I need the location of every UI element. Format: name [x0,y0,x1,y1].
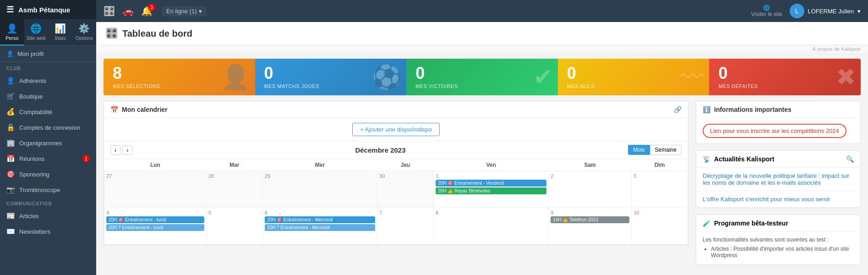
site-web-icon: 🌐 [30,23,42,34]
sidebar-item-organigrammes[interactable]: 🏢Organigrammes [0,135,96,151]
main-area: 🎛️ 🚗 🔔 3 En ligne (1) ▾ 🌐 Visiter le sit… [96,0,868,275]
sidebar-top-icon-stats[interactable]: 📊Stats [48,19,72,45]
sidebar-item-sponsoring[interactable]: 🎯Sponsoring [0,166,96,182]
cal-day-2[interactable]: 2 [549,171,632,208]
adherents-icon: 👤 [6,77,15,85]
cal-day-8[interactable]: 8 [434,208,549,245]
user-menu[interactable]: L LOFERME Julien ▾ [790,4,861,18]
calendar-event[interactable]: 14H 👍 Telethon 2023 [551,216,629,223]
badge-reunions: 1 [82,155,90,162]
user-avatar: L [790,4,804,18]
cal-day-1[interactable]: 120H 🎯 Entraînement - Vendredi20H 👍 Repa… [434,171,549,208]
cal-day-7[interactable]: 7 [377,208,434,245]
visit-site-button[interactable]: 🌐 Visiter le site [751,5,782,17]
sidebar-item-comptes-connexion[interactable]: 🔒Comptes de connexion [0,120,96,135]
competition-link[interactable]: Lien pour vous inscrire sur les compétit… [703,124,846,138]
cal-day-30[interactable]: 30 [377,171,434,208]
cal-day-header-sam: Sam [549,159,632,171]
perso-label: Perso [5,35,19,41]
day-number: 5 [208,210,261,215]
next-month-button[interactable]: › [122,145,132,155]
sidebar-item-newsletters[interactable]: ✉️Newsletters [0,224,96,239]
cal-day-9[interactable]: 914H 👍 Telethon 2023 [549,208,632,245]
bell-icon[interactable]: 🔔 3 [141,6,153,16]
news-link[interactable]: L'offre Kalisport s'enrichit pour mieux … [703,196,830,203]
day-number: 28 [208,173,261,179]
two-col-layout: 📅 Mon calendrier 🔗 + Ajouter une dispo/i… [96,101,868,275]
sidebar: ☰ Asmb Pétanque 👤Perso🌐Site web📊Stats⚙️O… [0,0,96,275]
profile-icon: 👤 [6,50,14,57]
adherents-label: Adhérents [19,77,46,84]
stat-label: MES NULS [567,83,700,89]
user-chevron-icon: ▾ [857,8,861,15]
day-number: 4 [106,210,204,215]
menu-icon[interactable]: ☰ [6,5,14,15]
calendar-event[interactable]: 20H 👍 Repas Bénévoles [436,187,546,194]
day-number: 10 [633,210,686,215]
cal-day-6[interactable]: 620H 🎯 Entraînement - Mercredi20H ? Entr… [262,208,377,245]
stat-card-mes_nuls: 0 MES NULS 〰 [558,59,710,95]
sidebar-item-comptabilite[interactable]: 💰Comptabilité [0,104,96,120]
sidebar-item-trombinoscope[interactable]: 📷Trombinoscope [0,182,96,198]
beta-body: Les fonctionnalités suivantes sont ouver… [696,232,860,264]
add-dispo-container: + Ajouter une dispo/indispo [104,118,688,141]
globe-icon: 🌐 [763,5,770,11]
sidebar-top-icons: 👤Perso🌐Site web📊Stats⚙️Options [0,19,96,46]
options-icon: ⚙️ [78,23,90,34]
cal-day-28[interactable]: 28 [206,171,262,208]
calendar-event[interactable]: 20H 🎯 Entraînement - Mercredi [265,216,375,223]
sidebar-top-icon-site-web[interactable]: 🌐Site web [24,19,49,45]
calendar-event[interactable]: 20H 🎯 Entraînement - lundi [106,216,204,223]
sidebar-profile[interactable]: 👤 Mon profil [0,46,96,62]
day-number: 1 [436,173,546,179]
sidebar-top-icon-perso[interactable]: 👤Perso [0,19,24,45]
news-item: Décryptage de la nouvelle politique tari… [696,168,860,191]
cal-day-header-dim: Dim [631,159,688,171]
info-card-body: Lien pour vous inscrire sur les compétit… [696,118,860,143]
day-number: 6 [265,210,375,215]
communication-section-header: COMMUNICATION [0,198,96,208]
week-view-button[interactable]: Semaine [650,145,682,155]
comptabilite-label: Comptabilité [19,109,52,116]
news-link[interactable]: Décryptage de la nouvelle politique tari… [703,172,849,186]
add-dispo-button[interactable]: + Ajouter une dispo/indispo [352,123,439,136]
stat-card-mes_victoires: 0 MES VICTOIRES ✔ [406,59,558,95]
sidebar-item-boutique[interactable]: 🛒Boutique [0,88,96,104]
cal-day-29[interactable]: 29 [262,171,377,208]
online-indicator[interactable]: En ligne (1) ▾ [162,6,207,16]
cal-day-header-mar: Mar [206,159,262,171]
stat-bg-icon: ⚽ [372,63,402,91]
calendar-event[interactable]: 20H ? Entraînement - lundi [106,224,204,231]
car-icon[interactable]: 🚗 [122,6,134,16]
stat-label: MES VICTOIRES [415,83,549,89]
info-card: ℹ️ Informations importantes Lien pour vo… [696,101,861,144]
sidebar-item-adherents[interactable]: 👤Adhérents [0,73,96,88]
month-view-button[interactable]: Mois [628,145,650,155]
dashboard-icon[interactable]: 🎛️ [104,6,115,16]
trombinoscope-label: Trombinoscope [19,187,60,193]
cal-day-header-ven: Ven [434,159,549,171]
cal-day-4[interactable]: 420H 🎯 Entraînement - lundi20H ? Entraîn… [104,208,207,245]
calendar-event[interactable]: 20H 🎯 Entraînement - Vendredi [436,180,546,187]
perso-icon: 👤 [6,23,18,34]
search-icon[interactable]: 🔍 [846,155,854,163]
sidebar-top-icon-options[interactable]: ⚙️Options [72,19,97,45]
cal-day-5[interactable]: 5 [206,208,262,245]
stat-bg-icon: ✖ [836,63,856,91]
comptabilite-icon: 💰 [6,108,15,116]
newsletters-label: Newsletters [19,228,50,235]
day-number: 27 [106,173,204,179]
stat-label: MES DÉFAITES [718,83,852,89]
link-icon[interactable]: 🔗 [674,106,682,113]
calendar-event[interactable]: 20H ? Entraînement - Mercredi [265,224,375,231]
cal-day-27[interactable]: 27 [104,171,207,208]
prev-month-button[interactable]: ‹ [110,145,120,155]
calendar-card: 📅 Mon calendrier 🔗 + Ajouter une dispo/i… [104,101,688,245]
sidebar-item-articles[interactable]: 📰Articles [0,208,96,224]
boutique-icon: 🛒 [6,92,15,100]
reunions-label: Réunions [19,155,44,162]
cal-day-10[interactable]: 10 [631,208,688,245]
sidebar-item-reunions[interactable]: 📅Réunions1 [0,151,96,166]
calendar-title: Mon calendrier [122,106,168,113]
cal-day-3[interactable]: 3 [631,171,688,208]
